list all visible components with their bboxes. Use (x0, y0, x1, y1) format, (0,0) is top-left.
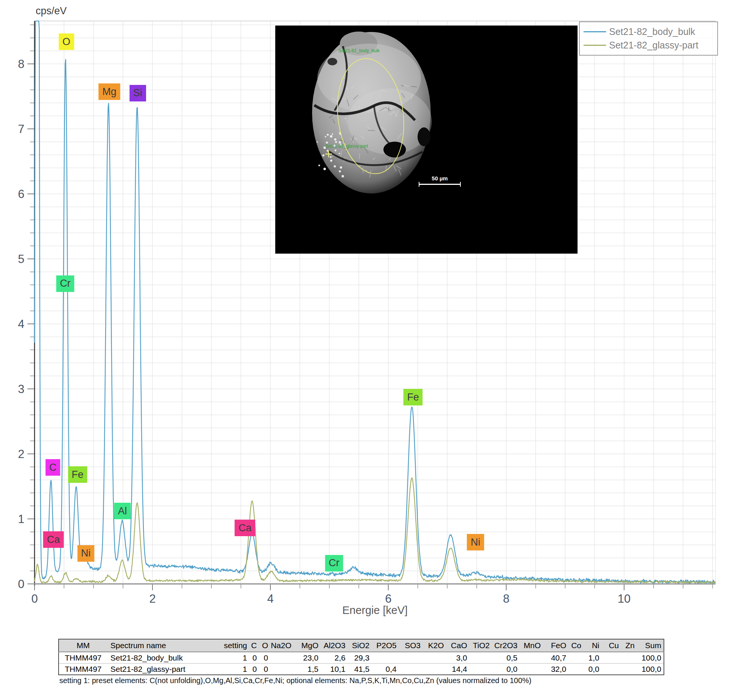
table-cell: 41,5 (348, 664, 372, 675)
column-header-Ni: Ni (584, 639, 602, 652)
sem-inset-image[interactable]: Set21-82_body_bulk Set21-82_glassy-part … (275, 26, 578, 254)
column-header-Co: Co (569, 639, 584, 652)
table-cell: 0,0 (584, 664, 602, 675)
x-axis-title: Energie [keV] (35, 604, 715, 617)
column-header-SO3: SO3 (399, 639, 423, 652)
x-tick-label: 8 (503, 592, 509, 605)
results-table: MMSpectrum namesettingCONa2OMgOAl2O3SiO2… (58, 639, 664, 675)
table-cell: 1 (220, 664, 249, 675)
table-cell: Set21-82_glassy-part (107, 664, 220, 675)
y-tick-label: 3 (18, 383, 24, 396)
column-header-Zn: Zn (621, 639, 637, 652)
y-tick-label: 8 (18, 57, 24, 71)
column-header-P2O5: P2O5 (372, 639, 399, 652)
eds-analysis-screen: cps/eV 0123456780246810 (0, 0, 730, 700)
table-cell (569, 652, 584, 664)
element-badge-Mg: Mg (99, 83, 121, 100)
table-cell (621, 652, 637, 664)
y-tick-label: 7 (18, 122, 24, 136)
element-badge-Ni: Ni (467, 534, 484, 550)
legend-line-sample (584, 31, 606, 32)
y-tick-label: 2 (18, 448, 24, 461)
column-header-Sum: Sum (637, 639, 664, 652)
table-cell: 23,0 (294, 652, 321, 664)
table-cell (520, 652, 543, 664)
table-cell (469, 664, 492, 675)
table-cell (469, 652, 492, 664)
y-tick-label: 0 (18, 578, 24, 591)
y-tick-label: 6 (18, 187, 24, 201)
table-cell: 0,4 (372, 664, 399, 675)
y-tick-label: 4 (18, 317, 24, 331)
column-header-Al2O3: Al2O3 (321, 639, 348, 652)
column-header-SiO2: SiO2 (348, 639, 372, 652)
table-cell: THMM497 (59, 664, 107, 675)
table-row: THMM497Set21-82_glassy-part1001,510,141,… (59, 664, 664, 675)
legend-item: Set21-82_body_bulk (584, 26, 715, 37)
sem-particle-image (275, 26, 578, 254)
table-cell: 14,4 (446, 664, 469, 675)
table-cell (621, 664, 637, 675)
table-cell: 40,7 (543, 652, 569, 664)
column-header-O: O (259, 639, 270, 652)
legend-line-sample (584, 45, 606, 46)
column-header-Cr2O3: Cr2O3 (492, 639, 520, 652)
column-header-MgO: MgO (294, 639, 321, 652)
element-badge-Fe: Fe (403, 389, 423, 405)
column-header-TiO2: TiO2 (469, 639, 492, 652)
column-header-FeO: FeO (543, 639, 569, 652)
x-tick-label: 2 (149, 592, 155, 605)
column-header-Cu: Cu (602, 639, 621, 652)
column-header-MnO: MnO (520, 639, 543, 652)
column-header-Na2O: Na2O (270, 639, 294, 652)
column-header-Spectrum-name: Spectrum name (107, 639, 220, 652)
table-cell: 0 (249, 652, 259, 664)
table-cell: 100,0 (637, 652, 664, 664)
table-cell (520, 664, 543, 675)
table-cell: THMM497 (59, 652, 107, 664)
table-cell: 29,3 (348, 652, 372, 664)
x-tick-label: 4 (267, 592, 273, 605)
column-header-K2O: K2O (423, 639, 446, 652)
table-cell: 1,0 (584, 652, 602, 664)
table-cell (270, 664, 294, 675)
scale-bar-label: 50 µm (419, 175, 461, 181)
y-tick-label: 5 (18, 252, 24, 266)
element-badge-Ni: Ni (77, 545, 95, 562)
table-cell (423, 652, 446, 664)
element-badge-C: C (45, 459, 60, 476)
x-tick-label: 0 (31, 592, 38, 605)
element-badge-Cr: Cr (325, 555, 343, 571)
table-cell: 1 (220, 652, 249, 664)
table-cell (569, 664, 584, 675)
table-cell: 0 (259, 664, 270, 675)
element-badge-Al: Al (114, 503, 131, 519)
scale-bar-line (419, 182, 461, 187)
x-tick-label: 10 (618, 592, 630, 605)
table-cell (399, 652, 423, 664)
table-cell (372, 652, 399, 664)
legend: Set21-82_body_bulkSet21-82_glassy-part (579, 21, 718, 56)
column-header-CaO: CaO (446, 639, 469, 652)
sem-annotation-glassy: Set21-82_glassy-part (325, 144, 368, 149)
x-tick-label: 6 (385, 592, 391, 605)
table-cell: 10,1 (321, 664, 348, 675)
legend-label: Set21-82_body_bulk (609, 26, 695, 37)
table-cell: 0 (259, 652, 270, 664)
element-badge-Ca: Ca (43, 531, 64, 548)
table-cell: 0,5 (492, 652, 520, 664)
element-badge-Ca: Ca (235, 520, 255, 536)
table-cell (602, 652, 621, 664)
sem-annotation-bulk: Set21-82_body_bulk (338, 48, 380, 53)
legend-item: Set21-82_glassy-part (584, 40, 715, 51)
column-header-MM: MM (59, 639, 107, 652)
table-cell: 0,0 (492, 664, 520, 675)
table-cell: 0 (249, 664, 259, 675)
y-tick-label: 1 (18, 513, 24, 526)
scale-bar: 50 µm (419, 175, 461, 187)
element-badge-Fe: Fe (68, 466, 87, 483)
table-cell: 32,0 (543, 664, 569, 675)
table-cell: 100,0 (637, 664, 664, 675)
spectrum-curve-Set21-82_glassy-part (35, 478, 715, 584)
table-cell: 2,6 (321, 652, 348, 664)
